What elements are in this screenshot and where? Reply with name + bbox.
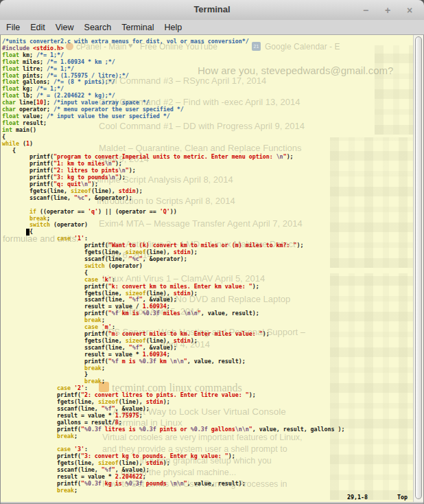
menu-terminal[interactable]: Terminal (121, 23, 154, 32)
cursor-position-ruler: 29,1-8 (347, 494, 368, 501)
code-line: if ((operator == 'q') || (operator == 'Q… (2, 209, 345, 216)
code-line: break; (2, 433, 345, 440)
menu-search[interactable]: Search (84, 23, 112, 32)
code-line: float result; (2, 120, 345, 127)
titlebar[interactable]: Terminal − + × (0, 0, 424, 21)
window-controls: − + × (358, 3, 417, 18)
vim-statusline: 29,1-8 Top (1, 493, 423, 501)
code-line: while (1) (2, 141, 345, 148)
code-line: float value; /* input value the user spe… (2, 113, 345, 120)
scrollbar-track[interactable] (413, 35, 423, 502)
code-line: switch (operator) (2, 222, 345, 229)
close-icon[interactable]: × (402, 3, 417, 18)
qr-code-ghost (375, 45, 416, 135)
vim-buffer[interactable]: /*units converter2.c with extra menus fo… (2, 38, 345, 494)
maximize-icon[interactable]: + (380, 3, 395, 18)
menu-help[interactable]: Help (164, 23, 182, 32)
terminal-window: Terminal − + × FileEditViewSearchTermina… (0, 0, 424, 504)
menu-view[interactable]: View (56, 23, 74, 32)
scroll-position-indicator: Top (397, 494, 408, 501)
terminal-screen[interactable]: cPanel - MainFree Online YouTubeGoogle C… (1, 35, 423, 502)
code-line: { (2, 134, 345, 141)
code-line: sscanf(line, "%c", &operator); (2, 195, 345, 202)
minimize-icon[interactable]: − (358, 3, 373, 18)
menu-edit[interactable]: Edit (30, 23, 45, 32)
menu-file[interactable]: File (6, 23, 20, 32)
code-line: int main() (2, 127, 345, 134)
scrollbar-thumb[interactable] (415, 36, 422, 499)
menu-bar: FileEditViewSearchTerminalHelp (0, 20, 424, 35)
vim-cursor (26, 229, 30, 236)
